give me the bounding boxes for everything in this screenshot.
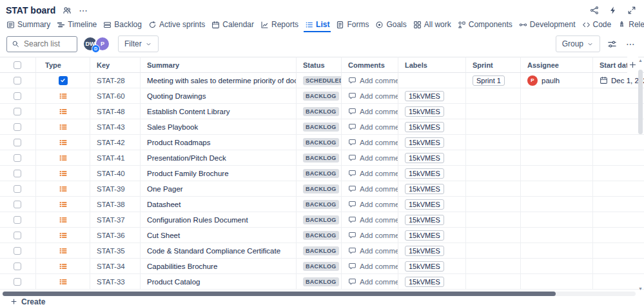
add-comment-button[interactable]: Add comment	[348, 138, 398, 146]
automation-lightning-icon[interactable]	[609, 6, 618, 15]
row-checkbox[interactable]	[14, 108, 21, 115]
add-comment-button[interactable]: Add comment	[348, 169, 398, 177]
status-badge[interactable]: BACKLOG	[303, 246, 339, 255]
issue-summary[interactable]: Meeting with sales to determine priority…	[147, 77, 297, 84]
status-badge[interactable]: BACKLOG	[303, 169, 339, 178]
row-checkbox[interactable]	[14, 185, 21, 193]
add-comment-button[interactable]: Add comment	[348, 277, 398, 286]
add-column-button[interactable]	[627, 57, 638, 73]
issue-row[interactable]: STAT-35Code & Standard Compliance Certif…	[0, 243, 644, 259]
column-header-status[interactable]: Status	[297, 57, 342, 73]
scroll-down-arrow[interactable]: ▼	[638, 286, 643, 291]
status-badge[interactable]: BACKLOG	[303, 154, 339, 163]
status-badge[interactable]: BACKLOG	[303, 184, 339, 193]
row-checkbox[interactable]	[14, 154, 21, 162]
status-badge[interactable]: BACKLOG	[303, 107, 339, 116]
select-all-checkbox[interactable]	[14, 61, 21, 69]
status-badge[interactable]: BACKLOG	[303, 215, 339, 224]
add-comment-button[interactable]: Add comment	[348, 262, 398, 270]
share-icon[interactable]	[590, 6, 599, 15]
issue-row[interactable]: STAT-42Product RoadmapsBACKLOGAdd commen…	[0, 135, 644, 150]
issue-row[interactable]: STAT-41Presentation/Pitch DeckBACKLOGAdd…	[0, 150, 644, 166]
column-header-assignee[interactable]: Assignee	[521, 57, 593, 73]
avatar-group[interactable]: DWPD	[83, 36, 113, 52]
tab-summary[interactable]: Summary	[5, 18, 52, 32]
issue-row[interactable]: STAT-34Capabilities BrochureBACKLOGAdd c…	[0, 259, 644, 274]
status-badge[interactable]: BACKLOG	[303, 92, 339, 101]
add-comment-button[interactable]: Add comment	[348, 215, 398, 224]
label-chip[interactable]: 15kVMES	[405, 261, 444, 272]
group-button[interactable]: Group	[556, 35, 600, 52]
row-checkbox[interactable]	[14, 170, 21, 177]
row-checkbox[interactable]	[14, 278, 21, 286]
issue-row[interactable]: STAT-60Quoting DrawingsBACKLOGAdd commen…	[0, 88, 644, 104]
tab-code[interactable]: Code	[581, 18, 613, 32]
add-comment-button[interactable]: Add comment	[348, 107, 398, 115]
tab-active-sprints[interactable]: Active sprints	[147, 18, 206, 32]
column-header-comments[interactable]: Comments	[342, 57, 398, 73]
row-checkbox[interactable]	[14, 262, 21, 270]
issue-row[interactable]: STAT-36Cut SheetBACKLOGAdd comment15kVME…	[0, 228, 644, 243]
label-chip[interactable]: 15kVMES	[405, 91, 444, 101]
row-checkbox[interactable]	[14, 216, 21, 224]
create-button[interactable]: Create	[6, 297, 49, 307]
issue-summary[interactable]: One Pager	[147, 185, 183, 193]
issue-summary[interactable]: Establish Content Library	[147, 108, 229, 115]
tab-development[interactable]: Development	[518, 18, 577, 32]
add-comment-button[interactable]: Add comment	[348, 200, 398, 208]
tab-timeline[interactable]: Timeline	[55, 18, 98, 32]
label-chip[interactable]: 15kVMES	[405, 277, 444, 287]
add-comment-button[interactable]: Add comment	[348, 184, 398, 193]
assignee[interactable]: Ppaulh	[527, 75, 560, 86]
sprint-chip[interactable]: Sprint 1	[473, 75, 505, 86]
tab-list[interactable]: List	[304, 18, 331, 32]
label-chip[interactable]: 15kVMES	[405, 137, 444, 148]
issue-summary[interactable]: Capabilities Brochure	[147, 262, 217, 270]
status-badge[interactable]: BACKLOG	[303, 138, 339, 147]
add-comment-button[interactable]: Add comment	[348, 154, 398, 162]
list-more-options-button[interactable]: ⋯	[624, 39, 638, 49]
tab-reports[interactable]: Reports	[259, 18, 300, 32]
issue-summary[interactable]: Configuration Rules Document	[147, 216, 248, 224]
search-input[interactable]	[23, 39, 72, 49]
issue-row[interactable]: STAT-38DatasheetBACKLOGAdd comment15kVME…	[0, 197, 644, 212]
column-header-sprint[interactable]: Sprint	[466, 57, 521, 73]
tab-forms[interactable]: Forms	[335, 18, 370, 32]
issue-summary[interactable]: Datasheet	[147, 201, 181, 208]
column-header-key[interactable]: Key	[90, 57, 141, 73]
status-badge[interactable]: BACKLOG	[303, 262, 339, 271]
label-chip[interactable]: 15kVMES	[405, 106, 444, 117]
issue-summary[interactable]: Product Family Brochure	[147, 170, 229, 177]
add-comment-button[interactable]: Add comment	[348, 246, 398, 255]
scroll-up-arrow[interactable]: ▲	[638, 58, 643, 63]
status-badge[interactable]: BACKLOG	[303, 231, 339, 240]
row-checkbox[interactable]	[14, 232, 21, 239]
label-chip[interactable]: 15kVMES	[405, 199, 444, 210]
column-header-type[interactable]: Type	[36, 57, 90, 73]
tab-releases[interactable]: Releases	[616, 18, 644, 32]
tab-calendar[interactable]: Calendar	[210, 18, 255, 32]
issue-summary[interactable]: Cut Sheet	[147, 232, 180, 239]
status-badge[interactable]: BACKLOG	[303, 277, 339, 286]
row-checkbox[interactable]	[14, 77, 21, 84]
column-header-labels[interactable]: Labels	[398, 57, 466, 73]
start-date[interactable]: Dec 1, 2025	[600, 76, 644, 84]
label-chip[interactable]: 15kVMES	[405, 184, 444, 194]
tab-backlog[interactable]: Backlog	[102, 18, 143, 32]
issue-row[interactable]: STAT-28Meeting with sales to determine p…	[0, 73, 644, 88]
status-badge[interactable]: BACKLOG	[303, 123, 339, 132]
issue-summary[interactable]: Quoting Drawings	[147, 92, 206, 100]
issue-row[interactable]: STAT-39One PagerBACKLOGAdd comment15kVME…	[0, 181, 644, 197]
column-header-summary[interactable]: Summary	[141, 57, 297, 73]
issue-row[interactable]: STAT-48Establish Content LibraryBACKLOGA…	[0, 104, 644, 119]
status-badge[interactable]: SCHEDULED	[303, 76, 342, 85]
label-chip[interactable]: 15kVMES	[405, 153, 444, 163]
vertical-scrollbar-thumb[interactable]	[638, 70, 643, 134]
people-icon[interactable]	[63, 6, 72, 15]
issue-row[interactable]: STAT-43Sales PlaybookBACKLOGAdd comment1…	[0, 119, 644, 135]
issue-summary[interactable]: Code & Standard Compliance Certificate	[147, 247, 280, 255]
horizontal-scrollbar-thumb[interactable]	[3, 292, 556, 296]
label-chip[interactable]: 15kVMES	[405, 122, 444, 132]
avatar[interactable]: D	[92, 45, 100, 53]
issue-summary[interactable]: Product Roadmaps	[147, 139, 210, 146]
